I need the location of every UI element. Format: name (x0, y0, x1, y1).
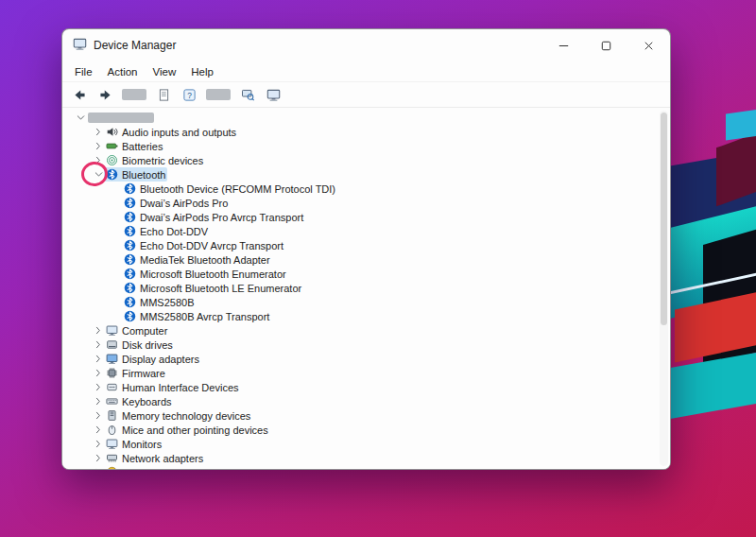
tree-item-keyboards[interactable]: Keyboards (62, 394, 670, 408)
chevron-right-icon[interactable] (94, 324, 104, 337)
chevron-down-icon[interactable] (76, 112, 86, 124)
close-icon[interactable] (627, 29, 670, 61)
disk-icon (106, 338, 118, 351)
chevron-right-icon[interactable] (94, 381, 104, 393)
tree-item-content[interactable]: Bluetooth Device (RFCOMM Protocol TDI) (122, 182, 337, 196)
tree-item-content[interactable]: Computer (104, 323, 169, 338)
tree-item-biometric-devices[interactable]: Biometric devices (62, 153, 670, 167)
tree-item-computer-root[interactable] (62, 111, 670, 125)
chevron-right-icon[interactable] (94, 338, 104, 351)
chevron-right-icon[interactable] (94, 140, 104, 152)
tree-item-content[interactable]: Dwai’s AirPods Pro Avrcp Transport (122, 210, 305, 224)
tree-item-display-adapters[interactable]: Display adapters (62, 352, 670, 366)
menu-file[interactable]: File (67, 64, 100, 79)
back-icon[interactable] (71, 87, 88, 103)
tree-item-content[interactable]: Echo Dot-DDV Avrcp Transport (122, 238, 285, 252)
tree-item-content[interactable]: Dwai’s AirPods Pro (122, 196, 230, 210)
tree-item-content[interactable]: Keyboards (104, 394, 174, 408)
tree-item-dwai-s-airpods-pro[interactable]: Dwai’s AirPods Pro (62, 196, 670, 210)
menu-action[interactable]: Action (100, 64, 146, 79)
tree-item-content[interactable]: Microsoft Bluetooth Enumerator (122, 267, 288, 281)
properties-icon[interactable] (155, 87, 172, 103)
tree-item-content[interactable]: Monitors (104, 437, 163, 451)
tree-item-computer[interactable]: Computer (62, 323, 670, 338)
tree-item-content[interactable]: Microsoft Bluetooth LE Enumerator (122, 281, 303, 295)
bluetooth-icon (124, 211, 136, 223)
tree-item-content[interactable]: Echo Dot-DDV (122, 224, 210, 238)
tree-item-other-devices[interactable]: ?Other devices (62, 465, 670, 469)
tree-item-echo-dot-ddv-avrcp-transport[interactable]: Echo Dot-DDV Avrcp Transport (62, 238, 670, 252)
tree-item-mms2580b[interactable]: MMS2580B (62, 295, 670, 309)
menu-view[interactable]: View (146, 64, 184, 79)
title-bar[interactable]: Device Manager (62, 29, 670, 61)
keyboard-icon (106, 395, 118, 407)
forward-icon[interactable] (96, 87, 113, 103)
minimize-icon[interactable] (542, 29, 585, 61)
tree-item-content[interactable]: MMS2580B Avrcp Transport (122, 309, 271, 323)
scrollbar-thumb[interactable] (661, 113, 667, 325)
bluetooth-icon (124, 296, 136, 308)
network-icon (106, 452, 118, 464)
tree-item-content[interactable]: ?Other devices (104, 465, 188, 469)
tree-item-mediatek-bluetooth-adapter[interactable]: MediaTek Bluetooth Adapter (62, 252, 670, 267)
tree-item-network-adapters[interactable]: Network adapters (62, 451, 670, 465)
tree-item-echo-dot-ddv[interactable]: Echo Dot-DDV (62, 224, 670, 238)
tree-item-content[interactable]: Human Interface Devices (104, 380, 241, 394)
computer-icon[interactable] (265, 87, 282, 103)
tree-item-content[interactable]: Biometric devices (104, 153, 205, 167)
bluetooth-icon (106, 168, 118, 181)
vertical-scrollbar[interactable] (660, 111, 668, 466)
tree-item-memory-technology-devices[interactable]: Memory technology devices (62, 408, 670, 423)
chevron-right-icon[interactable] (94, 126, 104, 138)
desktop: { "colors": { "selection": "#cce4f7", "b… (0, 0, 756, 537)
tree-item-microsoft-bluetooth-enumerator[interactable]: Microsoft Bluetooth Enumerator (62, 267, 670, 281)
scan-hardware-icon[interactable] (239, 87, 256, 103)
monitor-icon (106, 438, 118, 450)
tree-item-human-interface-devices[interactable]: Human Interface Devices (62, 380, 670, 394)
display-icon (106, 353, 118, 365)
chevron-right-icon[interactable] (94, 154, 104, 166)
other-icon: ? (106, 466, 118, 469)
bluetooth-icon (124, 197, 136, 209)
tree-item-content[interactable]: Network adapters (104, 451, 205, 465)
chevron-right-icon[interactable] (94, 367, 104, 379)
help-icon[interactable]: ? (180, 87, 198, 103)
menu-bar: File Action View Help (62, 61, 670, 81)
tree-item-content[interactable]: Audio inputs and outputs (104, 125, 238, 139)
maximize-icon[interactable] (585, 29, 627, 61)
menu-help[interactable]: Help (183, 64, 221, 79)
tree-item-mice-and-other-pointing-devices[interactable]: Mice and other pointing devices (62, 423, 670, 437)
chevron-right-icon[interactable] (94, 409, 104, 422)
tree-item-disk-drives[interactable]: Disk drives (62, 338, 670, 352)
chevron-right-icon[interactable] (94, 438, 104, 450)
tree-item-label: Dwai’s AirPods Pro Avrcp Transport (140, 212, 303, 223)
device-tree: Audio inputs and outputsBatteriesBiometr… (62, 108, 670, 469)
tree-item-label: Mice and other pointing devices (122, 424, 268, 436)
chevron-right-icon[interactable] (94, 466, 104, 469)
tree-item-content[interactable]: Disk drives (104, 338, 175, 352)
tree-item-monitors[interactable]: Monitors (62, 437, 670, 451)
tree-item-content[interactable]: Memory technology devices (104, 408, 252, 423)
tree-item-content[interactable]: Firmware (104, 366, 167, 380)
biometric-icon (106, 154, 118, 166)
tree-item-content[interactable]: Bluetooth (104, 167, 167, 182)
tree-item-content[interactable]: Mice and other pointing devices (104, 423, 270, 437)
tree-item-mms2580b-avrcp-transport[interactable]: MMS2580B Avrcp Transport (62, 309, 670, 323)
tree-item-content[interactable]: Batteries (104, 139, 164, 153)
chevron-right-icon[interactable] (94, 452, 104, 464)
tree-item-content[interactable]: MediaTek Bluetooth Adapter (122, 252, 272, 267)
tree-item-dwai-s-airpods-pro-avrcp-transport[interactable]: Dwai’s AirPods Pro Avrcp Transport (62, 210, 670, 224)
tree-item-microsoft-bluetooth-le-enumerator[interactable]: Microsoft Bluetooth LE Enumerator (62, 281, 670, 295)
tree-item-batteries[interactable]: Batteries (62, 139, 670, 153)
tree-item-firmware[interactable]: Firmware (62, 366, 670, 380)
tree-item-content[interactable] (86, 111, 156, 125)
tree-item-content[interactable]: MMS2580B (122, 295, 196, 309)
tree-item-audio-inputs-and-outputs[interactable]: Audio inputs and outputs (62, 125, 670, 139)
chevron-right-icon[interactable] (94, 353, 104, 365)
tree-item-content[interactable]: Display adapters (104, 352, 201, 366)
tree-item-bluetooth-device-rfcomm-protocol-tdi[interactable]: Bluetooth Device (RFCOMM Protocol TDI) (62, 182, 670, 196)
tree-item-bluetooth[interactable]: Bluetooth (62, 167, 670, 182)
chevron-right-icon[interactable] (94, 424, 104, 436)
chevron-down-icon[interactable] (94, 168, 104, 181)
chevron-right-icon[interactable] (94, 395, 104, 407)
